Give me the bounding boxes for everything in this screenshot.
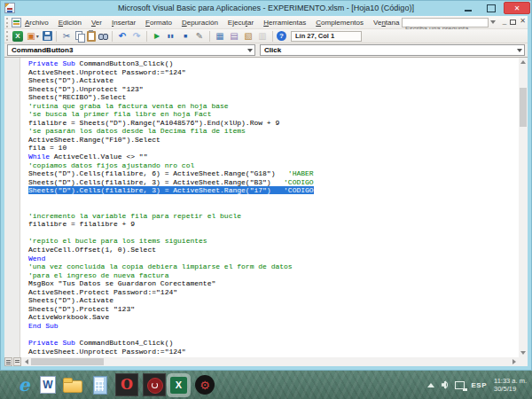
internet-explorer-icon-glyph: e bbox=[19, 376, 30, 394]
copy-icon[interactable] bbox=[74, 31, 85, 42]
menu-formato[interactable]: Formato bbox=[145, 19, 172, 27]
scroll-up-button[interactable] bbox=[519, 58, 528, 66]
vertical-scrollbar[interactable] bbox=[519, 58, 528, 357]
design-mode-icon[interactable]: ✎ bbox=[193, 30, 206, 42]
code-line: ActiveSheet.Unprotect Password:="124" bbox=[28, 348, 519, 356]
menu-archivo[interactable]: Archivo bbox=[25, 19, 49, 27]
toolbar-separator bbox=[146, 31, 147, 42]
menu-depuracion[interactable]: Depuración bbox=[182, 19, 218, 27]
chevron-down-icon bbox=[514, 45, 524, 55]
menu-edicion[interactable]: Edición bbox=[59, 19, 82, 27]
word-icon[interactable]: W bbox=[40, 376, 56, 394]
mdi-minimize-button[interactable]: _ bbox=[503, 18, 506, 25]
chevron-down-icon bbox=[245, 45, 254, 55]
resize-grip bbox=[519, 357, 528, 366]
titlebar[interactable]: Microsoft Visual Basic para Aplicaciones… bbox=[0, 0, 532, 16]
undo-icon[interactable]: ↶ bbox=[116, 30, 129, 42]
word-icon-glyph: W bbox=[43, 379, 52, 390]
worksheet-icon[interactable] bbox=[12, 18, 21, 27]
properties-window-icon[interactable]: ▤ bbox=[228, 30, 240, 42]
menu-insertar[interactable]: Insertar bbox=[112, 19, 136, 27]
toolbar-grip[interactable] bbox=[6, 31, 9, 41]
code-line: MsgBox "Tus Datos se Guardaron Corectame… bbox=[28, 279, 519, 288]
horizontal-scroll-thumb[interactable] bbox=[31, 358, 104, 365]
cut-icon[interactable]: ✂ bbox=[60, 30, 73, 42]
menu-complementos[interactable]: Complementos bbox=[316, 19, 364, 27]
vertical-scroll-thumb[interactable] bbox=[520, 88, 527, 127]
code-line: Private Sub CommandButton4_Click() bbox=[28, 339, 519, 348]
settings-gear-icon-glyph: ⚙ bbox=[200, 379, 210, 391]
system-tray: ESP 11:33 a. m. 30/5/19 bbox=[427, 371, 527, 399]
help-icon[interactable]: ? bbox=[277, 31, 286, 41]
paste-icon[interactable] bbox=[87, 31, 96, 42]
code-line: While ActiveCell.Value <> "" bbox=[28, 153, 519, 161]
view-object-icon[interactable]: ▣ bbox=[25, 30, 41, 42]
settings-gear-icon[interactable]: ⚙ bbox=[195, 375, 215, 395]
menu-bar: ArchivoEdiciónVerInsertarFormatoDepuraci… bbox=[4, 16, 528, 29]
procedure-view-button[interactable] bbox=[4, 357, 12, 366]
code-line bbox=[28, 195, 519, 204]
object-browser-icon: ▥ bbox=[256, 30, 269, 42]
project-explorer-icon[interactable]: ▦ bbox=[214, 30, 226, 42]
code-editor[interactable]: Private Sub CommandButton3_Click()Active… bbox=[21, 58, 519, 357]
menu-herramientas[interactable]: Herramientas bbox=[263, 19, 306, 27]
procedure-dropdown[interactable]: Click bbox=[260, 44, 525, 56]
margin-indicator-bar bbox=[4, 58, 20, 357]
language-indicator[interactable]: ESP bbox=[472, 381, 488, 389]
code-window: Private Sub CommandButton3_Click()Active… bbox=[4, 57, 528, 366]
network-icon[interactable] bbox=[455, 381, 465, 389]
toolbox-icon[interactable]: ▧ bbox=[242, 30, 254, 42]
minimize-button[interactable] bbox=[458, 2, 479, 14]
question-dropdown-icon[interactable] bbox=[490, 20, 496, 24]
internet-explorer-icon[interactable]: e bbox=[12, 373, 35, 396]
power-button-icon[interactable] bbox=[143, 373, 166, 396]
code-line: 'incremento la variable fila para repeti… bbox=[28, 212, 519, 221]
window-controls: ✕ bbox=[458, 2, 530, 14]
opera-icon[interactable]: O bbox=[115, 373, 138, 396]
object-dropdown[interactable]: CommandButton3 bbox=[7, 44, 255, 56]
excel-taskbar-icon-glyph: X bbox=[176, 380, 182, 390]
code-line: ActiveSheet.Unprotect Password:="124" bbox=[28, 68, 519, 77]
code-line: ActiveCell.Offset(1, 0).Select bbox=[28, 246, 519, 254]
mdi-window-controls: _ ✕ bbox=[503, 18, 526, 25]
stop-icon[interactable]: ■ bbox=[179, 30, 192, 42]
selected-code-line: Sheets("D").Cells(filalibre, 3) = Active… bbox=[28, 186, 519, 195]
menubar-grip[interactable] bbox=[6, 18, 9, 27]
code-line: 'rutina que graba la factura venta en ho… bbox=[28, 102, 519, 111]
volume-icon[interactable] bbox=[442, 380, 448, 389]
clock-time: 11:33 a. m. bbox=[494, 377, 527, 385]
mdi-close-button[interactable]: ✕ bbox=[520, 18, 526, 25]
code-line: Sheets("D").Cells(filalibre, 3) = Active… bbox=[28, 178, 519, 187]
menu-ejecutar[interactable]: Ejecutar bbox=[228, 19, 254, 27]
menu-ver[interactable]: Ver bbox=[91, 19, 102, 27]
mdi-restore-button[interactable] bbox=[510, 20, 516, 25]
excel-taskbar-icon[interactable]: X bbox=[170, 377, 187, 394]
save-icon[interactable] bbox=[43, 31, 52, 41]
run-icon[interactable]: ▶ bbox=[151, 30, 163, 42]
scroll-down-button[interactable] bbox=[519, 348, 528, 357]
code-line: 'copiamos datos fijos ajustando nro col bbox=[28, 161, 519, 170]
code-line: filalibre = Sheets("D").Range("A1048576"… bbox=[28, 119, 519, 128]
break-icon[interactable]: ▮▮ bbox=[165, 30, 177, 42]
clock-date: 30/5/19 bbox=[494, 385, 527, 393]
scroll-left-button[interactable] bbox=[22, 357, 31, 366]
excel-icon[interactable]: X bbox=[12, 31, 23, 42]
taskbar-icons: eWOX⚙ bbox=[12, 371, 219, 399]
code-line: Sheets("D").Activate bbox=[28, 296, 519, 305]
question-box[interactable] bbox=[402, 18, 489, 27]
chevron-up-icon bbox=[520, 60, 526, 64]
find-icon[interactable] bbox=[98, 31, 108, 42]
code-window-header: CommandButton3 Click bbox=[4, 43, 528, 57]
calculator-icon[interactable] bbox=[88, 373, 111, 396]
maximize-button[interactable] bbox=[481, 2, 502, 14]
chevron-right-icon bbox=[512, 359, 516, 364]
menu-ventana[interactable]: Ventana bbox=[373, 19, 399, 27]
taskbar-clock[interactable]: 11:33 a. m. 30/5/19 bbox=[494, 377, 527, 393]
standard-toolbar: X▣✂↶↷▶▮▮■✎▦▤▧▥? Lín 27, Col 1 bbox=[4, 29, 528, 43]
full-module-view-button[interactable] bbox=[13, 357, 21, 366]
file-explorer-icon[interactable] bbox=[60, 373, 83, 396]
close-button[interactable]: ✕ bbox=[504, 2, 530, 14]
show-hidden-icons-button[interactable] bbox=[427, 383, 434, 387]
scroll-right-button[interactable] bbox=[510, 357, 519, 366]
horizontal-scrollbar[interactable] bbox=[4, 357, 519, 366]
